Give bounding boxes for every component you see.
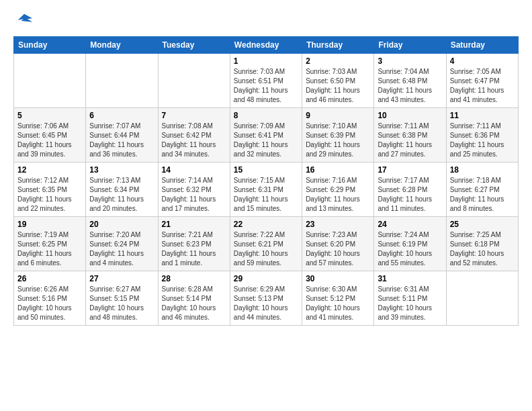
- calendar-cell: 23Sunrise: 7:23 AMSunset: 6:20 PMDayligh…: [302, 217, 374, 271]
- calendar-cell: 29Sunrise: 6:29 AMSunset: 5:13 PMDayligh…: [230, 271, 302, 326]
- day-number: 17: [378, 165, 442, 175]
- day-number: 13: [89, 165, 154, 175]
- col-header-tuesday: Tuesday: [158, 37, 230, 54]
- day-number: 18: [450, 165, 515, 175]
- calendar-cell: [86, 54, 158, 108]
- calendar-week-5: 26Sunrise: 6:26 AMSunset: 5:16 PMDayligh…: [14, 271, 519, 326]
- calendar-cell: 8Sunrise: 7:09 AMSunset: 6:41 PMDaylight…: [230, 108, 302, 163]
- day-number: 15: [234, 165, 298, 175]
- day-info: Sunrise: 7:22 AMSunset: 6:21 PMDaylight:…: [234, 230, 298, 268]
- calendar-cell: 22Sunrise: 7:22 AMSunset: 6:21 PMDayligh…: [230, 217, 302, 271]
- calendar-cell: 1Sunrise: 7:03 AMSunset: 6:51 PMDaylight…: [230, 54, 302, 108]
- day-number: 10: [378, 111, 442, 120]
- day-number: 2: [306, 56, 370, 66]
- calendar: SundayMondayTuesdayWednesdayThursdayFrid…: [13, 36, 519, 326]
- calendar-header-row: SundayMondayTuesdayWednesdayThursdayFrid…: [14, 37, 519, 54]
- day-info: Sunrise: 7:13 AMSunset: 6:34 PMDaylight:…: [89, 176, 154, 214]
- page: SundayMondayTuesdayWednesdayThursdayFrid…: [0, 0, 532, 411]
- day-info: Sunrise: 6:29 AMSunset: 5:13 PMDaylight:…: [234, 285, 298, 322]
- day-number: 28: [162, 274, 226, 283]
- day-number: 3: [378, 56, 442, 66]
- day-number: 8: [234, 111, 298, 120]
- day-info: Sunrise: 7:12 AMSunset: 6:35 PMDaylight:…: [17, 176, 82, 214]
- day-info: Sunrise: 7:11 AMSunset: 6:38 PMDaylight:…: [378, 122, 442, 159]
- day-info: Sunrise: 7:03 AMSunset: 6:51 PMDaylight:…: [234, 67, 298, 105]
- calendar-cell: 12Sunrise: 7:12 AMSunset: 6:35 PMDayligh…: [14, 163, 86, 217]
- day-info: Sunrise: 7:17 AMSunset: 6:28 PMDaylight:…: [378, 176, 442, 214]
- day-number: 6: [89, 111, 154, 120]
- day-number: 11: [450, 111, 515, 120]
- day-number: 27: [89, 274, 154, 283]
- calendar-cell: 27Sunrise: 6:27 AMSunset: 5:15 PMDayligh…: [86, 271, 158, 326]
- calendar-cell: 2Sunrise: 7:03 AMSunset: 6:50 PMDaylight…: [302, 54, 374, 108]
- day-info: Sunrise: 7:09 AMSunset: 6:41 PMDaylight:…: [234, 122, 298, 159]
- day-info: Sunrise: 7:07 AMSunset: 6:44 PMDaylight:…: [89, 122, 154, 159]
- col-header-thursday: Thursday: [302, 37, 374, 54]
- day-info: Sunrise: 7:16 AMSunset: 6:29 PMDaylight:…: [306, 176, 370, 214]
- calendar-cell: 14Sunrise: 7:14 AMSunset: 6:32 PMDayligh…: [158, 163, 230, 217]
- day-info: Sunrise: 7:18 AMSunset: 6:27 PMDaylight:…: [450, 176, 515, 214]
- day-number: 19: [17, 220, 82, 229]
- day-number: 26: [17, 274, 82, 283]
- calendar-cell: 21Sunrise: 7:21 AMSunset: 6:23 PMDayligh…: [158, 217, 230, 271]
- day-number: 20: [89, 220, 154, 229]
- logo-bird-icon: [15, 11, 34, 30]
- day-info: Sunrise: 7:23 AMSunset: 6:20 PMDaylight:…: [306, 230, 370, 268]
- calendar-cell: 20Sunrise: 7:20 AMSunset: 6:24 PMDayligh…: [86, 217, 158, 271]
- day-number: 24: [378, 220, 442, 229]
- calendar-cell: 5Sunrise: 7:06 AMSunset: 6:45 PMDaylight…: [14, 108, 86, 163]
- day-number: 9: [306, 111, 370, 120]
- day-number: 4: [450, 56, 515, 66]
- calendar-cell: 6Sunrise: 7:07 AMSunset: 6:44 PMDaylight…: [86, 108, 158, 163]
- day-info: Sunrise: 7:19 AMSunset: 6:25 PMDaylight:…: [17, 230, 82, 268]
- calendar-cell: 7Sunrise: 7:08 AMSunset: 6:42 PMDaylight…: [158, 108, 230, 163]
- day-info: Sunrise: 7:05 AMSunset: 6:47 PMDaylight:…: [450, 67, 515, 105]
- calendar-cell: 24Sunrise: 7:24 AMSunset: 6:19 PMDayligh…: [374, 217, 446, 271]
- day-number: 7: [162, 111, 226, 120]
- day-number: 31: [378, 274, 442, 283]
- calendar-cell: 3Sunrise: 7:04 AMSunset: 6:48 PMDaylight…: [374, 54, 446, 108]
- calendar-cell: 18Sunrise: 7:18 AMSunset: 6:27 PMDayligh…: [446, 163, 518, 217]
- calendar-cell: 4Sunrise: 7:05 AMSunset: 6:47 PMDaylight…: [446, 54, 518, 108]
- day-number: 30: [306, 274, 370, 283]
- day-number: 16: [306, 165, 370, 175]
- day-info: Sunrise: 6:28 AMSunset: 5:14 PMDaylight:…: [162, 285, 226, 322]
- calendar-week-3: 12Sunrise: 7:12 AMSunset: 6:35 PMDayligh…: [14, 163, 519, 217]
- day-info: Sunrise: 7:25 AMSunset: 6:18 PMDaylight:…: [450, 230, 515, 268]
- calendar-cell: 10Sunrise: 7:11 AMSunset: 6:38 PMDayligh…: [374, 108, 446, 163]
- calendar-cell: [158, 54, 230, 108]
- day-number: 25: [450, 220, 515, 229]
- calendar-cell: 19Sunrise: 7:19 AMSunset: 6:25 PMDayligh…: [14, 217, 86, 271]
- col-header-saturday: Saturday: [446, 37, 518, 54]
- calendar-cell: 26Sunrise: 6:26 AMSunset: 5:16 PMDayligh…: [14, 271, 86, 326]
- day-info: Sunrise: 7:11 AMSunset: 6:36 PMDaylight:…: [450, 122, 515, 159]
- svg-marker-0: [18, 14, 32, 22]
- calendar-cell: 15Sunrise: 7:15 AMSunset: 6:31 PMDayligh…: [230, 163, 302, 217]
- calendar-cell: 11Sunrise: 7:11 AMSunset: 6:36 PMDayligh…: [446, 108, 518, 163]
- day-info: Sunrise: 6:26 AMSunset: 5:16 PMDaylight:…: [17, 285, 82, 322]
- calendar-cell: 17Sunrise: 7:17 AMSunset: 6:28 PMDayligh…: [374, 163, 446, 217]
- day-number: 1: [234, 56, 298, 66]
- day-info: Sunrise: 7:20 AMSunset: 6:24 PMDaylight:…: [89, 230, 154, 268]
- day-number: 14: [162, 165, 226, 175]
- day-info: Sunrise: 7:24 AMSunset: 6:19 PMDaylight:…: [378, 230, 442, 268]
- calendar-cell: 31Sunrise: 6:31 AMSunset: 5:11 PMDayligh…: [374, 271, 446, 326]
- day-number: 5: [17, 111, 82, 120]
- day-info: Sunrise: 6:31 AMSunset: 5:11 PMDaylight:…: [378, 285, 442, 322]
- day-info: Sunrise: 7:04 AMSunset: 6:48 PMDaylight:…: [378, 67, 442, 105]
- day-info: Sunrise: 7:06 AMSunset: 6:45 PMDaylight:…: [17, 122, 82, 159]
- day-number: 22: [234, 220, 298, 229]
- day-info: Sunrise: 6:30 AMSunset: 5:12 PMDaylight:…: [306, 285, 370, 322]
- calendar-cell: [446, 271, 518, 326]
- col-header-monday: Monday: [86, 37, 158, 54]
- calendar-cell: 13Sunrise: 7:13 AMSunset: 6:34 PMDayligh…: [86, 163, 158, 217]
- day-number: 12: [17, 165, 82, 175]
- logo: [13, 11, 34, 30]
- calendar-cell: 25Sunrise: 7:25 AMSunset: 6:18 PMDayligh…: [446, 217, 518, 271]
- calendar-cell: 28Sunrise: 6:28 AMSunset: 5:14 PMDayligh…: [158, 271, 230, 326]
- day-info: Sunrise: 6:27 AMSunset: 5:15 PMDaylight:…: [89, 285, 154, 322]
- col-header-wednesday: Wednesday: [230, 37, 302, 54]
- day-info: Sunrise: 7:10 AMSunset: 6:39 PMDaylight:…: [306, 122, 370, 159]
- day-info: Sunrise: 7:03 AMSunset: 6:50 PMDaylight:…: [306, 67, 370, 105]
- logo-text: [13, 11, 34, 30]
